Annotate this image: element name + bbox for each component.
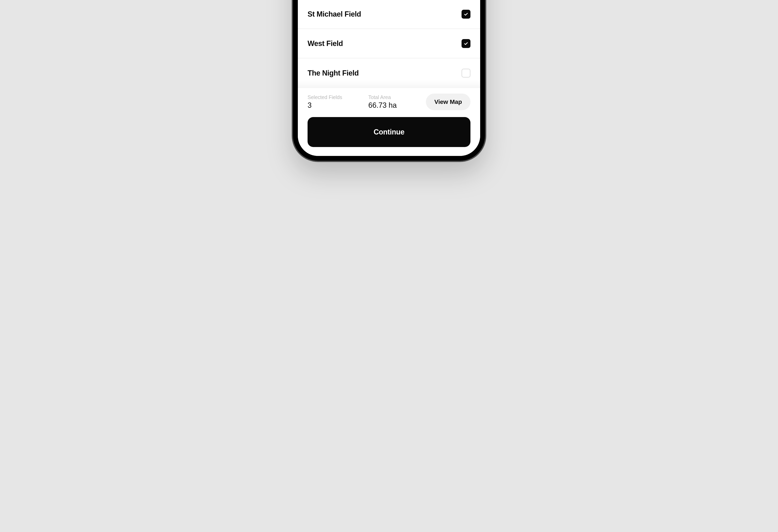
summary-bar: Selected Fields 3 Total Area 66.73 ha Vi… (308, 94, 470, 110)
field-checkbox[interactable] (462, 39, 470, 48)
field-row[interactable]: The Night Field (298, 58, 480, 88)
field-checkbox[interactable] (462, 10, 470, 19)
total-area-label: Total Area (368, 94, 426, 100)
field-name: St Michael Field (308, 10, 361, 18)
total-area-value: 66.73 ha (368, 101, 426, 109)
selected-fields-value: 3 (308, 101, 368, 109)
check-icon (464, 41, 468, 46)
continue-button[interactable]: Continue (308, 117, 470, 147)
selected-fields-block: Selected Fields 3 (308, 94, 368, 109)
field-row[interactable]: St Michael Field (298, 0, 480, 29)
field-checkbox[interactable] (462, 69, 470, 78)
total-area-block: Total Area 66.73 ha (368, 94, 426, 109)
field-list: Long Meadow North Field St Michael Field (298, 0, 480, 88)
phone-frame: Long Meadow North Field St Michael Field (292, 0, 486, 162)
field-row[interactable]: West Field (298, 29, 480, 58)
view-map-button[interactable]: View Map (426, 94, 470, 110)
footer: Selected Fields 3 Total Area 66.73 ha Vi… (298, 88, 480, 156)
phone-screen: Long Meadow North Field St Michael Field (298, 0, 480, 156)
field-name: The Night Field (308, 69, 359, 77)
check-icon (464, 12, 468, 17)
field-name: West Field (308, 39, 343, 48)
selected-fields-label: Selected Fields (308, 94, 368, 100)
